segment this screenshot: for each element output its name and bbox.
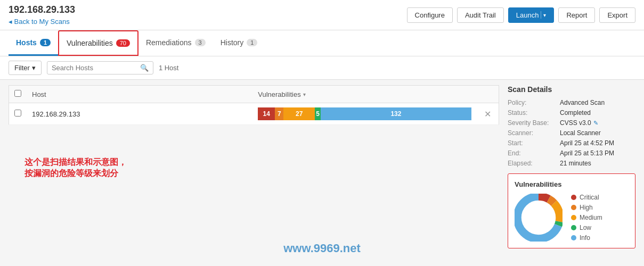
- col-host-header: Host: [27, 86, 252, 103]
- donut-chart: [515, 194, 563, 242]
- vuln-segment-low: 5: [315, 107, 321, 120]
- tab-remediations-label: Remediations: [146, 38, 192, 47]
- chart-area: CriticalHighMediumLowInfo: [515, 194, 629, 242]
- search-icon: 🔍: [140, 64, 149, 72]
- header-right: Configure Audit Trail Launch ▾ Report Ex…: [407, 7, 635, 23]
- vuln-segment-critical: 14: [258, 107, 275, 120]
- chevron-down-icon: ▾: [32, 64, 36, 72]
- export-button[interactable]: Export: [599, 7, 635, 23]
- table-header-row: Host Vulnerabilities ▾: [9, 86, 499, 103]
- detail-row: Status:Completed: [508, 109, 635, 117]
- scan-detail-rows: Policy:Advanced ScanStatus:CompletedSeve…: [508, 99, 635, 167]
- tab-vulnerabilities-label: Vulnerabilities: [67, 39, 113, 47]
- audit-trail-button[interactable]: Audit Trail: [457, 7, 504, 23]
- detail-value-text: April 25 at 5:13 PM: [560, 149, 614, 157]
- detail-row: Elapsed:21 minutes: [508, 160, 635, 167]
- filter-button[interactable]: Filter ▾: [9, 61, 42, 75]
- legend-dot-medium: [571, 215, 576, 220]
- tab-history-count: 1: [247, 39, 257, 46]
- tab-hosts[interactable]: Hosts 1: [9, 31, 58, 56]
- detail-label: Status:: [508, 109, 556, 117]
- report-button[interactable]: Report: [558, 7, 595, 23]
- legend-item-medium: Medium: [571, 214, 602, 221]
- detail-value: April 25 at 4:52 PM: [560, 139, 614, 147]
- sort-arrow-icon: ▾: [303, 92, 306, 97]
- legend-label-critical: Critical: [580, 194, 599, 201]
- scan-details-panel: Scan Details Policy:Advanced ScanStatus:…: [508, 85, 635, 248]
- host-count: 1 Host: [159, 64, 179, 72]
- detail-value-text: April 25 at 4:52 PM: [560, 139, 614, 147]
- col-vuln-header: Vulnerabilities ▾: [252, 86, 477, 103]
- filter-bar: Filter ▾ 🔍 1 Host: [0, 56, 644, 80]
- hosts-table: Host Vulnerabilities ▾ 192.168.29.133147…: [9, 85, 499, 125]
- detail-label: Severity Base:: [508, 119, 556, 127]
- legend-label-low: Low: [580, 224, 591, 231]
- legend-label-high: High: [580, 204, 593, 211]
- legend-label-info: Info: [580, 234, 590, 242]
- donut-center: [523, 202, 555, 234]
- legend-item-high: High: [571, 204, 602, 211]
- tab-vulnerabilities[interactable]: Vulnerabilities 70: [58, 30, 138, 56]
- detail-row: Start:April 25 at 4:52 PM: [508, 139, 635, 147]
- launch-divider: [541, 11, 541, 19]
- edit-icon[interactable]: ✎: [593, 120, 598, 127]
- detail-label: Policy:: [508, 99, 556, 106]
- detail-value: Advanced Scan: [560, 99, 605, 106]
- detail-label: Elapsed:: [508, 160, 556, 167]
- table-row: 192.168.29.133147275132✕: [9, 103, 499, 125]
- vuln-chart-title: Vulnerabilities: [515, 180, 629, 188]
- launch-button[interactable]: Launch ▾: [508, 7, 555, 23]
- detail-value-text: Completed: [560, 109, 591, 117]
- filter-label: Filter: [14, 64, 30, 72]
- col-checkbox: [9, 86, 27, 103]
- back-link[interactable]: ◂ Back to My Scans: [9, 18, 75, 26]
- header-left: 192.168.29.133 ◂ Back to My Scans: [9, 4, 75, 26]
- chart-legend: CriticalHighMediumLowInfo: [571, 194, 602, 242]
- scan-details-title: Scan Details: [508, 85, 635, 94]
- tab-remediations-count: 3: [195, 39, 206, 46]
- detail-row: End:April 25 at 5:13 PM: [508, 149, 635, 157]
- row-checkbox-cell: [9, 103, 27, 125]
- row-checkbox[interactable]: [14, 110, 21, 117]
- legend-dot-critical: [571, 195, 576, 200]
- tab-history-label: History: [221, 38, 244, 47]
- detail-value: April 25 at 5:13 PM: [560, 149, 614, 157]
- detail-value-text: Advanced Scan: [560, 99, 605, 106]
- detail-value: Local Scanner: [560, 129, 601, 137]
- detail-value-text: CVSS v3.0: [560, 119, 591, 127]
- tab-remediations[interactable]: Remediations 3: [138, 31, 213, 56]
- detail-value-text: 21 minutes: [560, 160, 591, 167]
- detail-label: End:: [508, 149, 556, 157]
- legend-item-critical: Critical: [571, 194, 602, 201]
- tab-hosts-count: 1: [40, 39, 51, 46]
- legend-label-medium: Medium: [580, 214, 602, 221]
- page-title: 192.168.29.133: [9, 4, 75, 15]
- chevron-down-icon: ▾: [543, 12, 546, 18]
- detail-value: CVSS v3.0✎: [560, 119, 598, 127]
- annotation-area: 这个是扫描结果和示意图，按漏洞的危险等级来划分: [25, 157, 499, 179]
- legend-item-info: Info: [571, 234, 602, 242]
- legend-dot-high: [571, 205, 576, 210]
- select-all-checkbox[interactable]: [14, 90, 21, 97]
- col-action-header: [477, 86, 499, 103]
- vuln-segment-medium: 27: [283, 107, 315, 120]
- close-row-button[interactable]: ✕: [482, 110, 493, 119]
- row-close-cell: ✕: [477, 103, 499, 125]
- tabs-bar: Hosts 1 Vulnerabilities 70 Remediations …: [0, 30, 644, 56]
- detail-row: Severity Base:CVSS v3.0✎: [508, 119, 635, 127]
- tab-history[interactable]: History 1: [213, 31, 265, 56]
- row-host: 192.168.29.133: [27, 103, 252, 125]
- vuln-segment-info: 132: [321, 107, 471, 120]
- legend-dot-low: [571, 225, 576, 230]
- detail-value-text: Local Scanner: [560, 129, 601, 137]
- legend-dot-info: [571, 235, 576, 240]
- configure-button[interactable]: Configure: [407, 7, 453, 23]
- detail-row: Scanner:Local Scanner: [508, 129, 635, 137]
- detail-label: Start:: [508, 139, 556, 147]
- search-input[interactable]: [52, 64, 137, 72]
- tab-vulnerabilities-count: 70: [116, 39, 130, 47]
- launch-label: Launch: [516, 11, 539, 19]
- vuln-chart-box: Vulnerabilities CriticalHighMediumLowInf…: [508, 173, 635, 248]
- table-body: 192.168.29.133147275132✕: [9, 103, 499, 125]
- table-area: Host Vulnerabilities ▾ 192.168.29.133147…: [9, 85, 499, 248]
